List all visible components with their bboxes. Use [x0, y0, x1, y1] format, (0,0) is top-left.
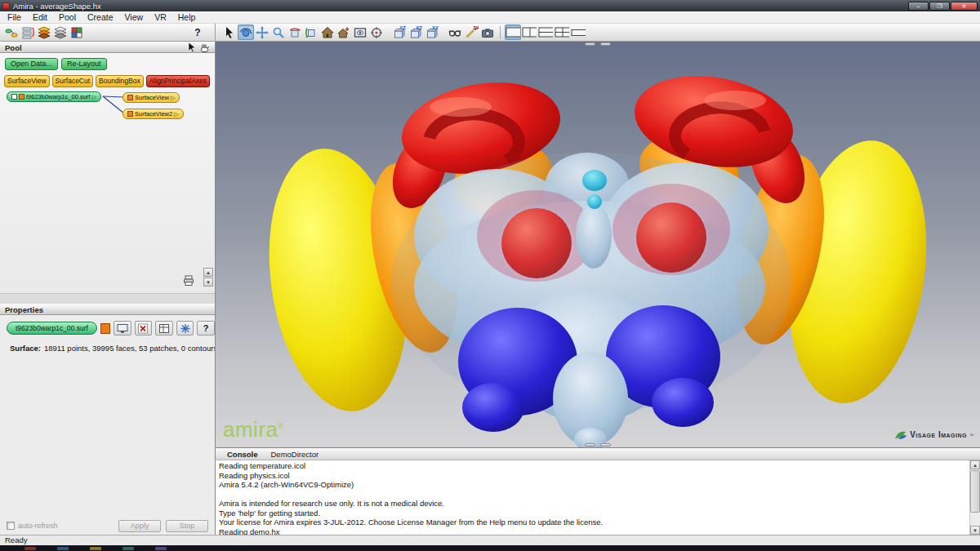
open-data-button[interactable]: Open Data... — [5, 58, 58, 70]
menu-item[interactable]: Pool — [53, 11, 82, 24]
object-pool-icon[interactable] — [3, 24, 20, 40]
minimize-button[interactable]: – — [908, 2, 929, 11]
measure-icon[interactable]: 39 — [463, 24, 479, 40]
data-node[interactable]: t9623b0warp1c_00.surf ▷ — [7, 91, 101, 102]
console-line: Amira 5.4.2 (arch-Win64VC9-Optimize) — [219, 480, 967, 490]
surfaceview2-node-arrow-icon[interactable]: ▷ — [174, 111, 178, 118]
lattice-icon — [180, 323, 191, 334]
viewer-toggle-icon — [117, 323, 128, 334]
surfaceview-button[interactable]: SurfaceView — [4, 75, 50, 87]
data-node-color-icon[interactable] — [19, 94, 24, 100]
data-node-display-icon[interactable] — [11, 94, 17, 100]
rotate-x-icon[interactable] — [303, 24, 319, 40]
close-button[interactable]: ✕ — [951, 2, 978, 11]
layout-single-icon[interactable] — [505, 24, 521, 40]
zoom-icon[interactable] — [270, 24, 287, 40]
pointer-icon[interactable] — [221, 24, 238, 40]
surfaceview-node-arrow-icon[interactable]: ▷ — [171, 95, 175, 101]
alignprincipalaxes-button[interactable]: AlignPrincipalAxes — [146, 75, 210, 87]
console-scroll-down-icon[interactable]: ▼ — [970, 526, 980, 535]
view-xy-icon[interactable]: XY — [424, 24, 440, 40]
right-area: amira® Visage Imaging ™ Console DemoDire… — [216, 42, 980, 535]
pool-pointer-icon[interactable] — [185, 42, 198, 53]
viewer-toggle-button[interactable] — [114, 321, 131, 335]
stop-button[interactable]: Stop — [166, 520, 208, 532]
trackball-icon[interactable] — [238, 24, 254, 40]
data-table-button[interactable] — [155, 321, 173, 335]
surfacecut-button[interactable]: SurfaceCut — [52, 75, 94, 87]
viewport-3d[interactable]: amira® Visage Imaging ™ — [216, 42, 980, 447]
tree-view-icon[interactable] — [20, 24, 36, 40]
rotate-x-glyph — [305, 26, 318, 39]
taskbar-sliver — [0, 545, 980, 551]
menu-item[interactable]: View — [119, 11, 149, 24]
tab-demodirector[interactable]: DemoDirector — [270, 450, 318, 459]
snapshot-icon[interactable] — [479, 24, 496, 40]
relayout-button[interactable]: Re-Layout — [61, 58, 107, 70]
view-xz-icon[interactable]: XZ — [408, 24, 424, 40]
object-pool-glyph — [5, 26, 18, 39]
console-scroll-up-icon[interactable]: ▲ — [970, 460, 980, 469]
remove-module-button[interactable] — [135, 321, 153, 335]
menu-item[interactable]: VR — [149, 11, 172, 24]
tab-console[interactable]: Console — [227, 450, 257, 459]
layout-wide-icon[interactable] — [570, 24, 586, 40]
colored-layers-icon[interactable] — [36, 24, 52, 40]
menu-item[interactable]: Help — [172, 11, 202, 24]
module-help-button[interactable]: ? — [197, 321, 215, 335]
node-connection-lines — [0, 53, 215, 293]
auto-refresh-checkbox[interactable] — [7, 522, 15, 530]
layout-two-horizontal-glyph — [538, 27, 553, 38]
data-node-arrow-icon[interactable]: ▷ — [91, 94, 96, 100]
menu-item[interactable]: Create — [82, 11, 119, 24]
window-title: Amira - averageShape.hx — [13, 2, 907, 11]
seek-icon[interactable] — [368, 24, 385, 40]
viewport-splitter-bottom[interactable] — [585, 443, 611, 447]
color-grid-icon[interactable] — [69, 24, 85, 40]
lattice-button[interactable] — [176, 321, 194, 335]
surfaceview-node-color-icon[interactable] — [127, 95, 133, 100]
layout-two-horizontal-icon[interactable] — [537, 24, 554, 40]
print-network-icon[interactable] — [183, 275, 198, 288]
help-icon[interactable]: ? — [189, 27, 207, 38]
home-icon[interactable] — [319, 24, 336, 40]
menu-item[interactable]: Edit — [27, 11, 53, 24]
zoom-glyph — [272, 26, 285, 39]
brain-3d-render[interactable] — [216, 42, 980, 447]
translate-icon[interactable] — [254, 24, 270, 40]
console-scrollbar[interactable]: ▲ ▼ — [969, 460, 980, 535]
viewport-splitter-top[interactable] — [585, 42, 611, 46]
rotate-y-icon[interactable] — [287, 24, 303, 40]
gray-layers-glyph — [54, 26, 67, 39]
pool-canvas[interactable]: Open Data... Re-Layout SurfaceView Surfa… — [0, 53, 215, 293]
surfaceview-node[interactable]: SurfaceView ▷ — [122, 92, 180, 103]
set-home-icon[interactable] — [336, 24, 352, 40]
menu-item[interactable]: File — [2, 11, 27, 24]
pool-hand-icon[interactable] — [198, 42, 210, 53]
titlebar[interactable]: Amira - averageShape.hx – ❐ ✕ — [0, 0, 980, 11]
view-yz-icon[interactable]: YZ — [391, 24, 408, 40]
selected-module-pill[interactable]: t9623b0warp1c_00.surf — [7, 322, 97, 335]
console-output[interactable]: Reading temperature.icolReading physics.… — [216, 460, 980, 535]
pool-scroll-up-icon[interactable]: ▲ — [203, 268, 213, 277]
view-all-icon[interactable] — [352, 24, 368, 40]
console-line: Amira is intended for research use only.… — [219, 499, 967, 509]
surfaceview2-node[interactable]: SurfaceView2 ▷ — [122, 109, 184, 119]
pool-scrollbar[interactable]: ▲ ▼ — [203, 268, 214, 287]
console-scroll-thumb[interactable] — [970, 470, 980, 513]
pool-header: Pool — [0, 42, 215, 53]
gray-layers-icon[interactable] — [52, 24, 69, 40]
layout-two-vertical-icon[interactable] — [521, 24, 537, 40]
stereo-glasses-icon[interactable] — [447, 24, 463, 40]
pool-scroll-down-icon[interactable]: ▼ — [203, 278, 213, 287]
pool-section: Pool Open Data... Re-Layout Sur — [0, 42, 215, 304]
surfaceview2-node-color-icon[interactable] — [127, 111, 133, 117]
module-color-swatch[interactable] — [100, 323, 110, 334]
color-grid-glyph — [70, 26, 83, 39]
boundingbox-button[interactable]: BoundingBox — [96, 75, 144, 87]
layout-four-icon[interactable] — [554, 24, 570, 40]
properties-header: Properties — [0, 304, 215, 315]
apply-button[interactable]: Apply — [118, 520, 161, 532]
layout-four-glyph — [555, 27, 569, 38]
maximize-button[interactable]: ❐ — [929, 2, 950, 11]
